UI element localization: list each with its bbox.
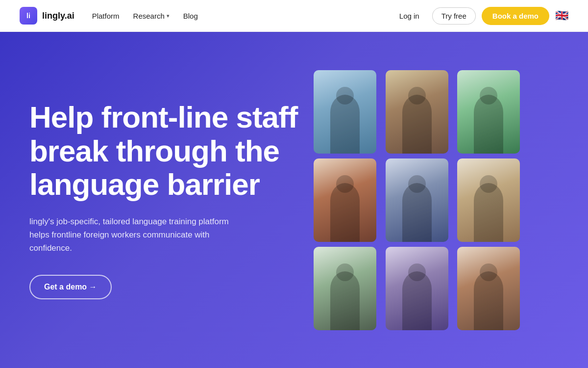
nav-link-blog[interactable]: Blog [183, 12, 198, 20]
photo-chef [314, 158, 376, 242]
photo-hotel-worker [386, 158, 448, 242]
photo-young-chef [457, 247, 520, 330]
nav-links: Platform Research ▾ Blog [92, 12, 198, 20]
photo-nurse [457, 70, 520, 154]
photo-care-worker [314, 247, 376, 330]
hero-subtitle: lingly's job-specific, tailored language… [29, 215, 245, 255]
photo-flight-attendant [386, 247, 448, 330]
language-selector[interactable]: 🇬🇧 [555, 9, 568, 22]
logo-text: lingly.ai [42, 11, 74, 21]
get-demo-button[interactable]: Get a demo → [29, 275, 112, 299]
research-chevron-icon: ▾ [167, 13, 170, 19]
nav-right: Log in Try free Book a demo 🇬🇧 [392, 7, 568, 25]
book-demo-button[interactable]: Book a demo [482, 7, 549, 25]
photo-healthcare [314, 70, 376, 154]
login-button[interactable]: Log in [392, 8, 426, 24]
try-free-button[interactable]: Try free [432, 7, 476, 25]
nav-link-research[interactable]: Research ▾ [133, 12, 170, 20]
hero-title: Help front-line staff break through the … [29, 101, 314, 201]
photo-professional [457, 158, 520, 242]
hero-photo-grid [314, 60, 524, 340]
nav-link-platform[interactable]: Platform [92, 12, 120, 20]
hero-section: Help front-line staff break through the … [0, 32, 588, 368]
photo-bartender [386, 70, 448, 154]
nav-left: li lingly.ai Platform Research ▾ Blog [20, 7, 198, 25]
logo-icon: li [20, 7, 37, 25]
logo[interactable]: li lingly.ai [20, 7, 74, 25]
hero-content: Help front-line staff break through the … [29, 101, 314, 299]
navbar: li lingly.ai Platform Research ▾ Blog Lo… [0, 0, 588, 32]
